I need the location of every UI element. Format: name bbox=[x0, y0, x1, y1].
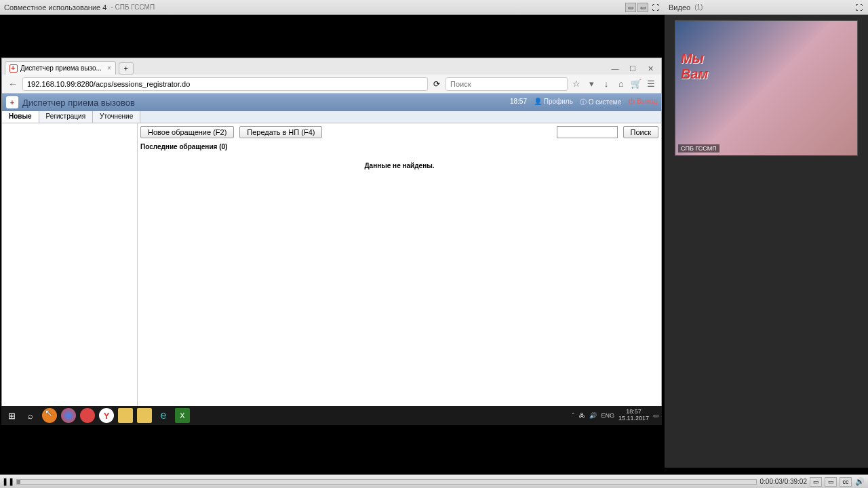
screenshare-title: Совместное использование 4 bbox=[4, 3, 106, 12]
video-thumbnail[interactable]: Мы Вам СПБ ГССМП bbox=[675, 20, 858, 156]
logout-link[interactable]: ⏻ Выход bbox=[628, 98, 657, 107]
tray-clock[interactable]: 18:57 15.11.2017 bbox=[618, 409, 649, 422]
window-minimize-button[interactable]: — bbox=[607, 62, 623, 75]
video-fullscreen-icon[interactable]: ⛶ bbox=[853, 3, 864, 12]
app-tabs: Новые Регистрация Уточнение bbox=[2, 111, 661, 123]
home-icon[interactable]: ⌂ bbox=[615, 78, 627, 90]
fullscreen-icon[interactable]: ⛶ bbox=[650, 3, 660, 12]
browser-search-input[interactable] bbox=[446, 77, 568, 91]
video-title: Видео bbox=[669, 3, 690, 12]
main-panel: Новое обращение (F2) Передать в НП (F4) … bbox=[138, 123, 661, 424]
tab-favicon-icon bbox=[9, 64, 18, 73]
tray-network-icon[interactable]: 🖧 bbox=[579, 412, 585, 419]
excel-icon[interactable]: X bbox=[175, 408, 190, 423]
progress-bar[interactable] bbox=[16, 479, 757, 485]
window-maximize-button[interactable]: ☐ bbox=[625, 62, 641, 75]
app-clock: 18:57 bbox=[510, 98, 527, 107]
video-participant-label: СПБ ГССМП bbox=[678, 144, 719, 152]
firefox-icon[interactable] bbox=[42, 408, 57, 423]
tab-title: Диспетчер приема вызо... bbox=[20, 64, 102, 72]
timecode: 0:00:03/0:39:02 bbox=[760, 478, 807, 485]
profile-link[interactable]: 👤 Профиль bbox=[534, 98, 573, 107]
layout-icon-1[interactable]: ▭ bbox=[625, 3, 636, 12]
app-search-button[interactable]: Поиск bbox=[623, 126, 658, 138]
taskbar-search-icon[interactable]: ⌕ bbox=[23, 408, 38, 423]
player-layout-icon[interactable]: ▭ bbox=[810, 477, 822, 487]
video-panel: Мы Вам СПБ ГССМП bbox=[665, 15, 868, 468]
app-header: + Диспетчер приема вызовов 18:57 👤 Профи… bbox=[2, 94, 661, 111]
no-data-message: Данные не найдены. bbox=[140, 162, 658, 169]
app-logo-icon: + bbox=[6, 96, 18, 108]
new-request-button[interactable]: Новое обращение (F2) bbox=[140, 126, 234, 138]
video-overlay-text: Мы Вам bbox=[681, 51, 708, 82]
window-close-button[interactable]: ✕ bbox=[642, 62, 658, 75]
system-tray: ˄ 🖧 🔊 ENG 18:57 15.11.2017 ▭ bbox=[572, 409, 659, 422]
action-bar: Новое обращение (F2) Передать в НП (F4) … bbox=[140, 126, 658, 138]
video-titlebar: Видео (1) ⛶ bbox=[665, 0, 868, 15]
tray-volume-icon[interactable]: 🔊 bbox=[589, 412, 597, 419]
new-tab-button[interactable]: + bbox=[119, 62, 134, 75]
cart-icon[interactable]: 🛒 bbox=[630, 78, 642, 90]
pause-button[interactable]: ❚❚ bbox=[3, 476, 14, 487]
player-cc-icon[interactable]: cc bbox=[840, 477, 852, 487]
transfer-button[interactable]: Передать в НП (F4) bbox=[239, 126, 322, 138]
start-button[interactable]: ⊞ bbox=[4, 408, 19, 423]
screenshare-region: Диспетчер приема вызо... × + — ☐ ✕ ← ⟳ ☆… bbox=[0, 15, 665, 468]
tab-new[interactable]: Новые bbox=[2, 111, 39, 123]
about-link[interactable]: ⓘ О системе bbox=[580, 98, 621, 107]
recent-requests-title: Последние обращения (0) bbox=[140, 141, 658, 152]
app-search-input[interactable] bbox=[557, 126, 618, 138]
player-bar: ❚❚ 0:00:03/0:39:02 ▭ ▭ cc 🔊 bbox=[0, 474, 868, 488]
tab-close-icon[interactable]: × bbox=[107, 64, 111, 72]
app-title: Диспетчер приема вызовов bbox=[22, 98, 135, 108]
browser-tab[interactable]: Диспетчер приема вызо... × bbox=[5, 61, 116, 75]
pocket-icon[interactable]: ▾ bbox=[585, 78, 597, 90]
menu-icon[interactable]: ☰ bbox=[645, 78, 657, 90]
ie-icon[interactable]: e bbox=[156, 408, 171, 423]
download-icon[interactable]: ↓ bbox=[600, 78, 612, 90]
tray-chevron-icon[interactable]: ˄ bbox=[572, 412, 575, 419]
tab-register[interactable]: Регистрация bbox=[39, 111, 93, 123]
explorer-icon[interactable] bbox=[137, 408, 152, 423]
layout-icon-2[interactable]: ▭ bbox=[637, 3, 648, 12]
content-area: Новое обращение (F2) Передать в НП (F4) … bbox=[2, 123, 661, 424]
left-panel bbox=[2, 123, 138, 424]
url-bar: ← ⟳ ☆ ▾ ↓ ⌂ 🛒 ☰ bbox=[2, 75, 661, 94]
folder-icon[interactable] bbox=[118, 408, 133, 423]
screenshare-titlebar: Совместное использование 4 - СПБ ГССМП ▭… bbox=[0, 0, 665, 15]
screenshare-suffix: - СПБ ГССМП bbox=[111, 3, 155, 11]
url-input[interactable] bbox=[22, 77, 428, 91]
tray-lang[interactable]: ENG bbox=[601, 412, 614, 419]
yandex-icon[interactable]: Y bbox=[99, 408, 114, 423]
tray-notification-icon[interactable]: ▭ bbox=[653, 412, 659, 419]
bookmark-icon[interactable]: ☆ bbox=[570, 78, 583, 90]
opera-icon[interactable] bbox=[80, 408, 95, 423]
player-screen-icon[interactable]: ▭ bbox=[825, 477, 837, 487]
chrome-icon[interactable] bbox=[61, 408, 76, 423]
tab-clarify[interactable]: Уточнение bbox=[93, 111, 140, 123]
volume-icon[interactable]: 🔊 bbox=[854, 476, 865, 487]
reload-icon[interactable]: ⟳ bbox=[431, 78, 443, 90]
windows-taskbar: ⊞ ⌕ Y e X ˄ 🖧 🔊 ENG 18:57 15.11.2017 ▭ bbox=[1, 406, 662, 425]
progress-fill bbox=[17, 480, 20, 484]
back-button[interactable]: ← bbox=[6, 77, 20, 91]
browser-window: Диспетчер приема вызо... × + — ☐ ✕ ← ⟳ ☆… bbox=[1, 58, 662, 425]
video-count: (1) bbox=[694, 3, 703, 11]
tab-strip: Диспетчер приема вызо... × + — ☐ ✕ bbox=[2, 58, 661, 75]
